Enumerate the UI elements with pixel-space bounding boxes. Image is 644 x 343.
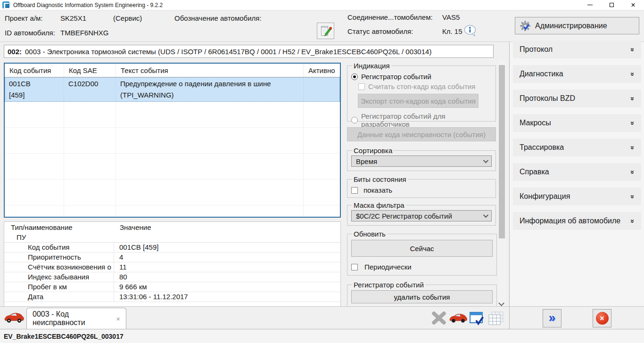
close-icon: × <box>631 1 635 9</box>
checkbox-icon <box>351 187 358 194</box>
project-value: SK25X1 <box>60 14 86 22</box>
status-bits-group: Биты состояния показать <box>347 175 496 198</box>
connection-label: Соединение...томобилем: <box>347 13 433 21</box>
filter-mask-group: Маска фильтра $0C/2C Регистратор событий <box>347 201 496 226</box>
ecu-number: 002: <box>8 48 22 56</box>
event-row-selected[interactable]: 001CB [459] C102D00 Предупреждение о пад… <box>5 77 340 102</box>
grid-icon[interactable] <box>487 311 505 328</box>
chevron-down-icon <box>483 212 488 218</box>
scrollbar-thumb[interactable] <box>499 65 505 238</box>
window-check-icon[interactable] <box>469 310 485 328</box>
checkbox-icon <box>358 83 365 90</box>
sidebar-item-macros[interactable]: Макросы» <box>513 114 641 132</box>
designation-label: Обозначение автомобиля: <box>174 14 262 22</box>
detail-row[interactable]: Счётчик возникновения о11 <box>4 262 340 272</box>
detail-row[interactable]: Дата13:31:06 - 11.12.2017 <box>4 292 340 302</box>
column-header-active[interactable]: Активно <box>304 64 340 77</box>
dtc-data-button: Данные кода неисправности (события) <box>347 127 496 141</box>
crossed-tools-icon <box>430 311 448 327</box>
detail-row[interactable]: Код события001CB [459] <box>4 243 340 253</box>
restore-button[interactable] <box>601 0 622 10</box>
empty-row <box>5 180 340 205</box>
active-cell <box>304 77 340 102</box>
sidebar-bottom-band: » × <box>510 307 644 329</box>
sidebar-divider <box>509 42 510 329</box>
indication-group: Индикация Регистратор событий Считать ст… <box>347 62 496 122</box>
indication-legend: Индикация <box>352 62 391 70</box>
status-text: EV_Brake1ESCEBC460PQ26L_003017 <box>4 333 124 340</box>
event-code-cell: 001CB [459] <box>5 77 64 102</box>
radio-developer-recorder[interactable]: Регистратор событий для разработчиков <box>351 112 492 128</box>
refresh-group: Обновить Сейчас Периодически <box>347 230 497 276</box>
sidebar-item-configuration[interactable]: Конфигурация» <box>513 188 641 205</box>
detail-row[interactable]: Индекс забывания80 <box>4 272 340 282</box>
administration-button[interactable]: Администрирование <box>515 17 639 34</box>
event-recorder-group: Регистратор событий удалить события <box>347 281 497 307</box>
close-button[interactable]: × <box>622 0 644 10</box>
gear-check-icon <box>520 20 531 32</box>
vehicle-connected-icon[interactable] <box>449 312 468 326</box>
connection-value: VAS5 <box>442 13 460 21</box>
chevron-double-down-icon: » <box>628 121 636 125</box>
tab-close-icon[interactable]: × <box>116 315 120 323</box>
vehicle-id-value: TMBEF6NHXG <box>60 29 109 37</box>
export-freeze-frames-button: Экспорт стоп-кадров кода события <box>358 94 479 108</box>
column-header-sae-code[interactable]: Код SAE <box>64 64 116 77</box>
vehicle-status-value: Кл. 15 <box>442 27 462 35</box>
chevron-double-down-icon: » <box>628 97 636 100</box>
vehicle-status-label: Статус автомобиля: <box>347 27 413 35</box>
filter-mask-legend: Маска фильтра <box>352 201 406 209</box>
window-title: Offboard Diagnostic Information System E… <box>13 2 163 8</box>
minimize-button[interactable] <box>579 0 601 10</box>
details-col1-header: Тип/наименование <box>11 223 73 231</box>
detail-row[interactable]: Пробег в км9 666 км <box>4 282 340 292</box>
event-recorder-legend: Регистратор событий <box>352 281 425 289</box>
sorting-group: Сортировка Время <box>347 147 496 171</box>
tab-fault-code[interactable]: 0003 - Код неисправности × <box>26 308 126 329</box>
detail-row[interactable]: Приоритетность4 <box>4 253 340 262</box>
filter-mask-dropdown[interactable]: $0C/2C Регистратор событий <box>351 210 492 221</box>
project-label: Проект а/м: <box>5 14 43 22</box>
empty-row <box>5 128 340 154</box>
radio-icon <box>351 117 358 123</box>
forward-button[interactable]: » <box>543 309 561 327</box>
column-header-event-code[interactable]: Код события <box>5 64 64 77</box>
sidebar-item-help[interactable]: Справка» <box>513 163 641 181</box>
empty-row <box>5 205 340 218</box>
cancel-button[interactable]: × <box>593 309 611 327</box>
double-arrow-icon: » <box>549 313 555 322</box>
delete-events-button[interactable]: удалить события <box>351 290 493 303</box>
radio-event-recorder[interactable]: Регистратор событий <box>351 73 492 81</box>
sidebar-item-tracing[interactable]: Трассировка» <box>513 139 641 156</box>
checkbox-show-status-bits[interactable]: показать <box>351 186 492 194</box>
chevron-double-down-icon: » <box>628 72 636 76</box>
checkbox-periodic[interactable]: Периодически <box>351 263 493 271</box>
sidebar-item-protocol[interactable]: Протокол» <box>513 41 641 58</box>
vehicle-id-label: ID автомобиля: <box>5 29 55 37</box>
sidebar-item-vehicle-info[interactable]: Информация об автомобиле» <box>513 212 641 230</box>
refresh-legend: Обновить <box>352 230 387 238</box>
column-header-event-text[interactable]: Текст события <box>116 64 304 77</box>
chevron-double-down-icon: » <box>628 219 636 223</box>
project-mode: (Сервис) <box>113 14 142 22</box>
chevron-double-down-icon: » <box>628 170 636 174</box>
tab-band: 0003 - Код неисправности × <box>0 307 509 329</box>
status-bits-legend: Биты состояния <box>352 175 408 183</box>
info-icon[interactable] <box>463 24 478 38</box>
edit-note-button[interactable] <box>317 23 334 39</box>
events-table: Код события Код SAE Текст события Активн… <box>4 63 341 218</box>
details-group-pu[interactable]: ПУ <box>17 233 26 241</box>
chevron-double-down-icon: » <box>628 48 636 51</box>
details-col2-header: Значение <box>120 223 151 231</box>
sorting-dropdown[interactable]: Время <box>351 155 492 167</box>
sidebar-item-diagnostics[interactable]: Диагностика» <box>513 65 641 83</box>
sae-code-cell: C102D00 <box>64 77 116 102</box>
refresh-now-button[interactable]: Сейчас <box>351 240 493 257</box>
cancel-x-icon: × <box>596 312 609 325</box>
events-table-header: Код события Код SAE Текст события Активн… <box>5 64 340 77</box>
panel-scrollbar[interactable] <box>498 60 506 307</box>
radio-icon <box>351 74 358 80</box>
details-header: Тип/наименование ПУ Значение <box>4 222 340 243</box>
scroll-down-icon[interactable] <box>498 300 504 306</box>
sidebar-item-bzd-protocols[interactable]: Протоколы BZD» <box>513 90 641 107</box>
